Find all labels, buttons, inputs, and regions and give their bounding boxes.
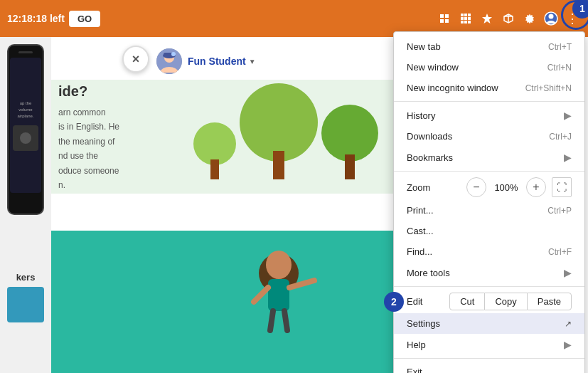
svg-rect-5	[464, 14, 467, 16]
svg-rect-0	[440, 14, 444, 18]
cut-button[interactable]: Cut	[449, 293, 485, 310]
cube-icon[interactable]	[498, 9, 518, 28]
content-body: arn common is in English. He the meaning…	[58, 105, 201, 192]
zoom-increase-button[interactable]: +	[526, 177, 546, 197]
three-dot-menu-button[interactable]: ⋮	[562, 9, 582, 28]
zoom-decrease-button[interactable]: −	[466, 177, 486, 197]
svg-rect-3	[445, 19, 449, 23]
close-button[interactable]: ×	[122, 46, 149, 73]
svg-point-24	[171, 52, 176, 56]
menu-item-bookmarks[interactable]: Bookmarks ▶	[394, 147, 584, 168]
user-header: Fun Student ▼	[156, 48, 256, 74]
svg-point-28	[321, 105, 378, 162]
svg-rect-6	[468, 14, 471, 16]
zoom-value: 100%	[492, 182, 520, 193]
menu-item-new-window[interactable]: New window Ctrl+N	[394, 57, 584, 78]
phone-speaker	[18, 51, 33, 53]
star-icon[interactable]	[477, 9, 497, 28]
menu-item-help[interactable]: Help ▶	[394, 334, 584, 355]
chrome-dropdown-menu: New tab Ctrl+T New window Ctrl+N New inc…	[393, 31, 585, 373]
svg-rect-12	[468, 21, 471, 23]
paste-button[interactable]: Paste	[527, 293, 572, 310]
phone-mockup: up the volumeairplane.	[7, 44, 44, 215]
phone-icon-inner	[20, 132, 31, 144]
annotation-2: 2	[384, 292, 404, 312]
menu-divider-2	[394, 171, 584, 172]
menu-item-cast[interactable]: Cast...	[394, 221, 584, 241]
zoom-controls: − 100% + ⛶	[466, 177, 572, 197]
timer-area: 12:18:18 left GO	[7, 11, 100, 27]
svg-rect-1	[445, 14, 449, 18]
svg-rect-29	[345, 154, 355, 179]
edit-buttons: Cut Copy Paste	[449, 293, 572, 310]
account-icon[interactable]	[541, 9, 561, 28]
svg-point-26	[240, 83, 318, 162]
svg-line-35	[254, 288, 268, 302]
menu-divider-1	[394, 101, 584, 102]
content-title: ide?	[58, 83, 201, 100]
phone-icon	[13, 125, 38, 151]
phone-screen-text: up the volumeairplane.	[13, 100, 38, 120]
svg-line-37	[270, 311, 273, 330]
svg-point-33	[266, 251, 292, 279]
sidebar-kers-label: kers	[16, 272, 36, 283]
grid-icon[interactable]	[456, 9, 476, 28]
menu-item-incognito[interactable]: New incognito window Ctrl+Shift+N	[394, 78, 584, 98]
svg-rect-34	[268, 279, 289, 311]
dropdown-arrow-icon: ▼	[249, 58, 256, 65]
svg-rect-4	[461, 14, 464, 16]
three-dot-menu-wrapper: ⋮ 1	[562, 9, 582, 28]
avatar	[156, 48, 182, 74]
gear-icon[interactable]	[520, 9, 540, 28]
webpage-content: × Fun Student ▼	[51, 37, 405, 373]
phone-screen: up the volumeairplane.	[10, 58, 41, 193]
zoom-fullscreen-button[interactable]: ⛶	[552, 177, 572, 197]
menu-item-history[interactable]: History ▶	[394, 105, 584, 126]
svg-line-38	[284, 311, 287, 330]
zoom-control-row: Zoom − 100% + ⛶	[394, 174, 584, 200]
go-button[interactable]: GO	[69, 11, 100, 27]
svg-rect-8	[464, 17, 467, 20]
menu-item-print[interactable]: Print... Ctrl+P	[394, 200, 584, 221]
svg-marker-13	[482, 14, 492, 23]
menu-item-settings[interactable]: Settings ↗	[394, 313, 584, 334]
menu-item-more-tools[interactable]: More tools ▶	[394, 262, 584, 283]
user-name: Fun Student ▼	[188, 56, 256, 67]
menu-item-exit[interactable]: Exit	[394, 362, 584, 373]
edit-row: Edit Cut Copy Paste 2	[394, 290, 584, 313]
left-sidebar: up the volumeairplane. kers	[0, 37, 51, 373]
menu-item-downloads[interactable]: Downloads Ctrl+J	[394, 126, 584, 147]
svg-rect-10	[461, 21, 464, 23]
svg-rect-31	[210, 159, 219, 179]
extensions-icon[interactable]	[434, 9, 454, 28]
svg-rect-11	[464, 21, 467, 23]
sidebar-box	[7, 287, 44, 322]
content-text: ide? arn common is in English. He the me…	[58, 83, 201, 192]
menu-divider-3	[394, 286, 584, 287]
svg-rect-9	[468, 17, 471, 20]
menu-item-find[interactable]: Find... Ctrl+F	[394, 241, 584, 262]
svg-point-19	[549, 14, 554, 19]
illustration-area	[51, 231, 405, 373]
timer: 12:18:18 left	[7, 13, 65, 24]
svg-rect-2	[440, 19, 444, 23]
cursor-indicator: ↗	[565, 319, 572, 329]
svg-rect-7	[461, 17, 464, 20]
svg-rect-27	[273, 151, 284, 179]
illustration-svg	[51, 231, 405, 373]
edit-label: Edit	[407, 296, 449, 307]
menu-divider-4	[394, 358, 584, 359]
copy-button[interactable]: Copy	[485, 293, 526, 310]
menu-item-new-tab[interactable]: New tab Ctrl+T	[394, 36, 584, 57]
